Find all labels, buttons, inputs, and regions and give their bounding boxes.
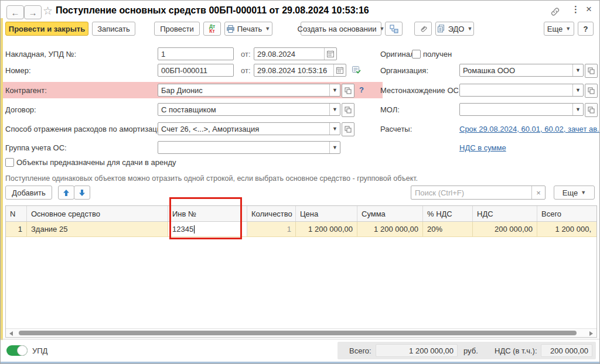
- edo-button[interactable]: ЭДО▼: [435, 22, 474, 36]
- close-icon[interactable]: ×: [586, 4, 592, 15]
- print-button[interactable]: Печать▼: [224, 22, 272, 36]
- vat-total-value: 200 000,00: [541, 344, 592, 357]
- favorite-star-icon[interactable]: ☆: [43, 4, 53, 18]
- attachments-button[interactable]: [414, 22, 432, 36]
- original-label: Оригинал:: [380, 50, 417, 59]
- paperclip-icon: [419, 25, 427, 33]
- col-header-total[interactable]: Всего: [537, 206, 595, 221]
- dropdown-caret-icon[interactable]: ▼: [329, 84, 340, 96]
- table-search: ×: [411, 186, 546, 200]
- link-icon[interactable]: [550, 7, 560, 16]
- vat-total-label: НДС (в т.ч.):: [495, 346, 537, 355]
- depreciation-open-button[interactable]: [342, 122, 354, 136]
- cell-qty[interactable]: 1: [247, 222, 296, 236]
- post-and-close-button[interactable]: Провести и закрыть: [5, 22, 88, 36]
- mol-label: МОЛ:: [380, 105, 400, 114]
- cell-sum[interactable]: 1 200 000,00: [357, 222, 423, 236]
- more-dots-icon[interactable]: ⋮: [571, 4, 580, 15]
- col-header-vat[interactable]: НДС: [473, 206, 537, 221]
- window-bottom-edge: [1, 362, 599, 363]
- col-header-n[interactable]: N: [6, 206, 27, 221]
- related-documents-button[interactable]: [385, 22, 403, 36]
- currency-label: руб.: [463, 346, 478, 355]
- location-label: Местонахождение ОС:: [380, 86, 461, 95]
- table-row[interactable]: 1 Здание 25 12345 1 1 200 000,00 1 200 0…: [6, 222, 596, 237]
- original-checkbox[interactable]: [412, 50, 421, 59]
- invoice-number-field[interactable]: 1: [158, 47, 234, 60]
- add-row-button[interactable]: Добавить: [5, 186, 52, 200]
- total-label: Всего:: [349, 346, 371, 355]
- organization-open-button[interactable]: [585, 64, 598, 78]
- save-button[interactable]: Записать: [92, 22, 135, 36]
- calendar-icon[interactable]: [333, 64, 346, 76]
- calendar-icon[interactable]: [324, 48, 336, 60]
- number-date-field[interactable]: 29.08.2024 10:53:16: [254, 64, 346, 77]
- dropdown-caret-icon[interactable]: ▼: [572, 104, 583, 115]
- more-button[interactable]: Еще▼: [544, 22, 574, 36]
- counterparty-open-button[interactable]: [342, 84, 354, 98]
- arrow-up-icon: [63, 189, 70, 197]
- upd-toggle[interactable]: [6, 345, 28, 356]
- table-more-button[interactable]: Еще▼: [554, 186, 595, 200]
- total-value: 1 200 000,00: [376, 344, 458, 357]
- dropdown-caret-icon[interactable]: ▼: [329, 104, 340, 115]
- counterparty-label: Контрагент:: [5, 86, 47, 95]
- create-based-on-button[interactable]: Создать на основании▼: [301, 22, 381, 36]
- organization-field[interactable]: Ромашка ООО ▼: [459, 64, 584, 77]
- asset-group-field[interactable]: ▼: [158, 141, 340, 154]
- col-header-asset[interactable]: Основное средство: [27, 206, 168, 221]
- horizontal-scrollbar[interactable]: [6, 328, 596, 337]
- col-header-inv-no[interactable]: Инв №: [168, 206, 247, 221]
- location-field[interactable]: ▼: [459, 84, 584, 97]
- scrollbar-thumb[interactable]: [19, 331, 577, 335]
- forward-icon: →: [29, 8, 38, 17]
- depreciation-field[interactable]: Счет 26, <...>, Амортизация ▼: [158, 122, 340, 135]
- dropdown-caret-icon[interactable]: ▼: [572, 84, 583, 96]
- contract-field[interactable]: С поставщиком ▼: [158, 103, 340, 116]
- vat-in-sum-link[interactable]: НДС в сумме: [459, 143, 506, 152]
- post-button[interactable]: Провести: [154, 22, 200, 36]
- dropdown-caret-icon[interactable]: ▼: [572, 64, 583, 76]
- counterparty-field[interactable]: Бар Дионис ▼: [158, 84, 340, 97]
- help-button[interactable]: ?: [578, 22, 594, 36]
- mol-field[interactable]: ▼: [459, 103, 584, 116]
- counterparty-help-icon[interactable]: ?: [359, 85, 364, 94]
- footer-divider: [1, 339, 600, 339]
- cell-vat[interactable]: 200 000,00: [473, 222, 537, 236]
- search-clear-icon[interactable]: ×: [531, 186, 545, 199]
- cell-n[interactable]: 1: [6, 222, 27, 236]
- dropdown-caret-icon[interactable]: ▼: [329, 123, 340, 135]
- depreciation-label: Способ отражения расходов по амортизации…: [5, 125, 168, 133]
- settlements-label: Расчеты:: [380, 125, 412, 133]
- col-header-qty[interactable]: Количество: [247, 206, 296, 221]
- cell-inv-no-editing[interactable]: 12345: [168, 222, 247, 236]
- move-row-down-button[interactable]: [74, 186, 90, 200]
- cell-asset[interactable]: Здание 25: [27, 222, 168, 236]
- settlements-link[interactable]: Срок 29.08.2024, 60.01, 60.02, зачет ав.…: [459, 125, 600, 133]
- dropdown-caret-icon[interactable]: ▼: [329, 142, 340, 153]
- back-button[interactable]: ←: [6, 5, 24, 19]
- back-icon: ←: [11, 8, 20, 17]
- scroll-left-icon[interactable]: [9, 331, 13, 336]
- number-field[interactable]: 00БП-000011: [158, 64, 234, 77]
- location-open-button[interactable]: [585, 84, 598, 98]
- col-header-sum[interactable]: Сумма: [357, 206, 423, 221]
- cell-total[interactable]: 1 200 000,: [537, 222, 595, 236]
- invoice-from-label: от:: [241, 50, 251, 59]
- group-object-hint: Поступление одинаковых объектов можно от…: [5, 174, 418, 183]
- cell-price[interactable]: 1 200 000,00: [296, 222, 357, 236]
- rent-checkbox[interactable]: [5, 158, 14, 167]
- col-header-price[interactable]: Цена: [296, 206, 357, 221]
- dt-kt-button[interactable]: ДтКт: [203, 22, 221, 36]
- contract-open-button[interactable]: [342, 103, 354, 117]
- cell-vat-rate[interactable]: 20%: [423, 222, 473, 236]
- set-number-icon[interactable]: [352, 66, 361, 74]
- mol-open-button[interactable]: [585, 103, 598, 117]
- toggle-knob: [17, 345, 28, 356]
- move-row-up-button[interactable]: [58, 186, 74, 200]
- forward-button[interactable]: →: [24, 5, 42, 19]
- scroll-right-icon[interactable]: [589, 331, 593, 336]
- col-header-vat-rate[interactable]: % НДС: [423, 206, 473, 221]
- search-input[interactable]: [411, 186, 531, 199]
- invoice-date-field[interactable]: 29.08.2024: [254, 47, 337, 60]
